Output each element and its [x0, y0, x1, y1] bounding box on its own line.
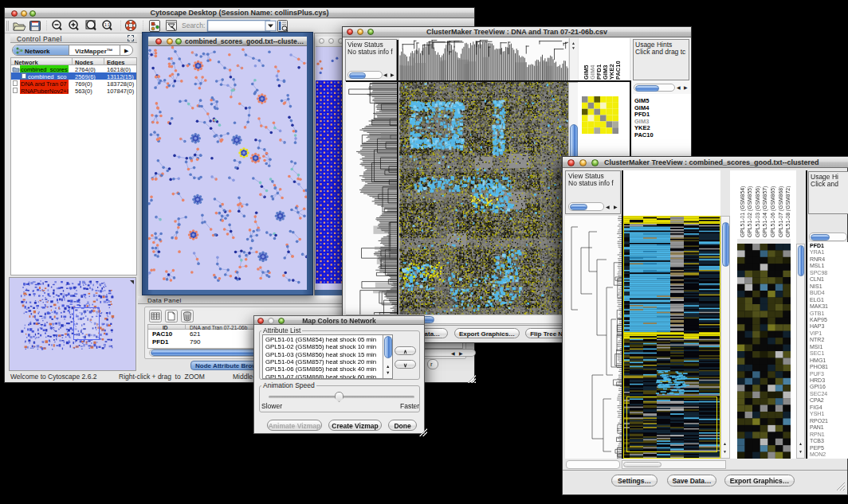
svg-text:1:1: 1:1 [104, 22, 110, 27]
svg-text:Search:: Search: [182, 21, 205, 29]
